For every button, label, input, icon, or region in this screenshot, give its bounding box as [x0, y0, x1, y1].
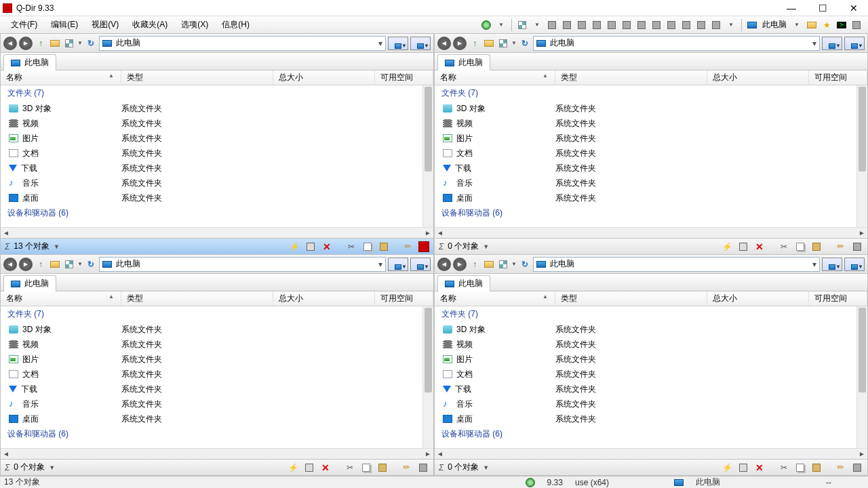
view-button[interactable]	[497, 37, 509, 49]
cut-button[interactable]: ✂	[778, 241, 790, 253]
up-button[interactable]: ↑	[469, 37, 481, 49]
col-name[interactable]: 名称▲	[1, 70, 121, 85]
rename-icon[interactable]	[737, 241, 749, 253]
address-bar[interactable]: 此电脑▾	[99, 36, 386, 51]
dropdown-icon[interactable]: ▼	[531, 19, 543, 31]
col-type[interactable]: 类型	[121, 291, 273, 306]
layout-button[interactable]	[680, 19, 692, 31]
list-item[interactable]: 3D 对象系统文件夹	[1, 101, 422, 116]
rename-icon[interactable]	[304, 241, 317, 253]
refresh-button[interactable]: ↻	[85, 37, 97, 49]
layout-button[interactable]	[620, 19, 633, 31]
dropdown-icon[interactable]: ▼	[483, 464, 489, 471]
dropdown-icon[interactable]: ▼	[791, 19, 803, 31]
list-item[interactable]: 下载系统文件夹	[1, 382, 422, 396]
list-item[interactable]: 图片系统文件夹	[435, 352, 856, 367]
dropdown-icon[interactable]: ▼	[49, 464, 55, 471]
list-item[interactable]: 视频系统文件夹	[435, 116, 856, 131]
color-button-1[interactable]: ▼	[822, 258, 842, 271]
layout-button[interactable]	[695, 19, 707, 31]
color-button-1[interactable]: ▼	[388, 258, 408, 271]
group-folders[interactable]: 文件夹 (7)	[435, 306, 856, 322]
tab[interactable]: 此电脑	[437, 54, 490, 70]
forward-button[interactable]: ►	[453, 37, 467, 50]
view-button[interactable]	[63, 37, 75, 49]
list-item[interactable]: 文档系统文件夹	[435, 367, 856, 382]
vertical-scrollbar[interactable]	[856, 306, 867, 448]
list-item[interactable]: ♪音乐系统文件夹	[435, 396, 856, 411]
list-item[interactable]: 文档系统文件夹	[435, 146, 856, 161]
back-button[interactable]: ◄	[3, 37, 17, 50]
back-button[interactable]: ◄	[437, 258, 451, 271]
copy-button[interactable]	[794, 241, 806, 253]
paste-button[interactable]	[810, 241, 823, 253]
delete-button[interactable]: ✕	[753, 462, 766, 474]
col-size[interactable]: 总大小	[707, 70, 809, 85]
list-item[interactable]: 图片系统文件夹	[1, 131, 422, 146]
color-button-1[interactable]: ▼	[388, 37, 408, 50]
horizontal-scrollbar[interactable]: ◄►	[435, 448, 867, 459]
list-item[interactable]: 文档系统文件夹	[1, 367, 422, 382]
list-item[interactable]: 桌面系统文件夹	[435, 411, 856, 426]
list-item[interactable]: 视频系统文件夹	[1, 116, 422, 131]
group-folders[interactable]: 文件夹 (7)	[1, 85, 422, 101]
col-free[interactable]: 可用空间	[375, 291, 433, 306]
edit-button[interactable]: ✎	[832, 238, 849, 255]
grid-icon[interactable]	[417, 462, 429, 474]
horizontal-scrollbar[interactable]: ◄►	[435, 227, 867, 238]
list-item[interactable]: 3D 对象系统文件夹	[435, 322, 856, 337]
up-button[interactable]: ↑	[469, 258, 481, 270]
color-button-2[interactable]: ▼	[844, 37, 865, 50]
cut-button[interactable]: ✂	[778, 462, 790, 474]
edit-button[interactable]: ✎	[832, 459, 849, 476]
col-size[interactable]: 总大小	[273, 291, 375, 306]
menu-fav[interactable]: 收藏夹(A)	[125, 16, 174, 33]
list-item[interactable]: 文档系统文件夹	[1, 146, 422, 161]
minimize-button[interactable]: —	[780, 1, 803, 15]
col-name[interactable]: 名称▲	[435, 70, 555, 85]
list-item[interactable]: ♪音乐系统文件夹	[1, 396, 422, 411]
paste-button[interactable]	[376, 462, 389, 474]
list-item[interactable]: 3D 对象系统文件夹	[1, 322, 422, 337]
copy-button[interactable]	[794, 462, 806, 474]
cut-button[interactable]: ✂	[344, 462, 356, 474]
vertical-scrollbar[interactable]	[422, 306, 433, 448]
layout-button[interactable]	[665, 19, 677, 31]
menu-view[interactable]: 视图(V)	[85, 16, 125, 33]
layout-button[interactable]	[635, 19, 648, 31]
back-button[interactable]: ◄	[3, 258, 17, 271]
folder-button[interactable]	[49, 37, 61, 49]
menu-info[interactable]: 信息(H)	[215, 16, 256, 33]
copy-button[interactable]	[360, 462, 372, 474]
tab[interactable]: 此电脑	[3, 54, 56, 70]
horizontal-scrollbar[interactable]: ◄►	[1, 227, 433, 238]
layout-button[interactable]	[650, 19, 663, 31]
address-bar[interactable]: 此电脑▾	[533, 257, 820, 272]
view-button[interactable]	[497, 258, 509, 270]
horizontal-scrollbar[interactable]: ◄►	[1, 448, 433, 459]
back-button[interactable]: ◄	[437, 37, 451, 50]
tab[interactable]: 此电脑	[3, 275, 56, 291]
group-devices[interactable]: 设备和驱动器 (6)	[1, 426, 422, 442]
list-item[interactable]: 桌面系统文件夹	[435, 190, 856, 205]
col-type[interactable]: 类型	[121, 70, 273, 85]
col-free[interactable]: 可用空间	[809, 291, 867, 306]
action-icon[interactable]: ⚡	[288, 241, 300, 253]
menu-options[interactable]: 选项(X)	[174, 16, 215, 33]
paste-button[interactable]	[378, 241, 390, 253]
maximize-button[interactable]: ☐	[811, 1, 834, 15]
refresh-button[interactable]: ↻	[519, 258, 531, 270]
col-name[interactable]: 名称▲	[435, 291, 555, 306]
layout-grid-button[interactable]	[516, 19, 528, 31]
vertical-scrollbar[interactable]	[422, 85, 433, 227]
forward-button[interactable]: ►	[19, 37, 33, 50]
menu-edit[interactable]: 编辑(E)	[44, 16, 85, 33]
col-name[interactable]: 名称▲	[1, 291, 121, 306]
group-folders[interactable]: 文件夹 (7)	[1, 306, 422, 322]
folder-button[interactable]	[483, 258, 495, 270]
view-button[interactable]	[63, 258, 75, 270]
grid-icon[interactable]	[851, 462, 863, 474]
grid-icon[interactable]	[851, 241, 863, 253]
action-icon[interactable]: ⚡	[287, 462, 299, 474]
forward-button[interactable]: ►	[453, 258, 467, 271]
